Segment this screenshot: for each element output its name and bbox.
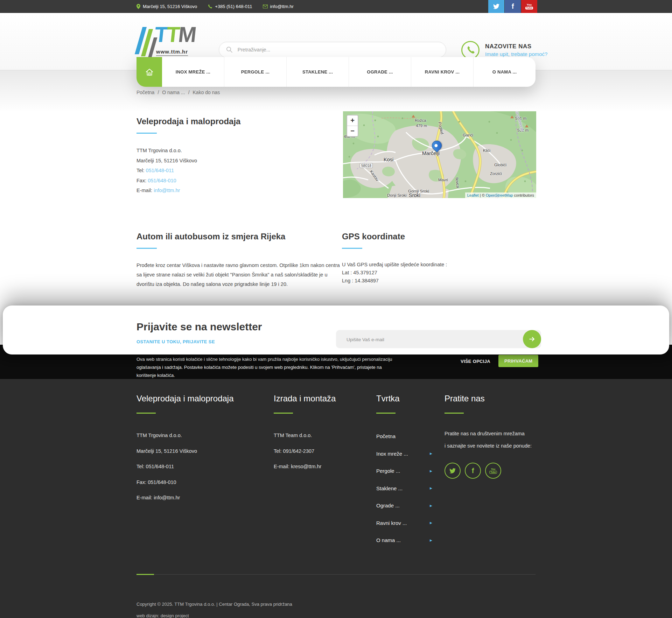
twitter-icon[interactable] bbox=[444, 463, 461, 479]
facebook-icon[interactable]: f bbox=[505, 0, 521, 13]
facebook-icon[interactable]: f bbox=[465, 463, 481, 479]
osm-link[interactable]: OpenStreetMap bbox=[486, 193, 513, 197]
topbar-email[interactable]: info@ttm.hr bbox=[263, 4, 294, 9]
newsletter-form bbox=[336, 330, 541, 348]
cookie-more-options-button[interactable]: VIŠE OPCIJA bbox=[461, 359, 490, 364]
twitter-icon[interactable] bbox=[488, 0, 504, 13]
tel-link[interactable]: 051/648-011 bbox=[146, 168, 174, 173]
footer-menu: Početna Inox mreže ...▶ Pergole ...▶ Sta… bbox=[376, 428, 439, 549]
leaflet-link[interactable]: Leaflet bbox=[467, 193, 479, 197]
blue-underline bbox=[342, 248, 362, 249]
map-label: Zorzići bbox=[490, 171, 502, 176]
newsletter-card: Prijavite se na newsletter OSTANITE U TO… bbox=[3, 306, 669, 354]
arrow-right-icon bbox=[528, 336, 536, 343]
footer-menu-label: Početna bbox=[376, 433, 396, 439]
youtube-icon[interactable]: YouTube bbox=[521, 0, 537, 13]
newsletter-subtitle[interactable]: OSTANITE U TOKU, PRIJAVITE SE bbox=[136, 339, 215, 344]
footer-menu-inox-mreze[interactable]: Inox mreže ...▶ bbox=[376, 445, 432, 463]
fax-label: Fax: bbox=[136, 178, 148, 183]
footer-email[interactable]: E-mail: info@ttm.hr bbox=[136, 490, 274, 506]
footer-menu-label: O nama ... bbox=[376, 537, 401, 543]
logo-site-url: www.ttm.hr bbox=[156, 49, 188, 56]
footer-menu-ograde[interactable]: Ograde ...▶ bbox=[376, 497, 432, 514]
footer-col3-title: Tvrtka bbox=[376, 394, 439, 403]
peak-icon bbox=[525, 125, 528, 127]
footer-tel[interactable]: Tel: 051/648-011 bbox=[136, 459, 274, 475]
footer-menu-staklene[interactable]: Staklene ...▶ bbox=[376, 480, 432, 497]
cookie-accept-button[interactable]: PRIHVAĆAM bbox=[498, 355, 538, 367]
nav-item-pergole[interactable]: PERGOLE ... bbox=[224, 57, 286, 87]
newsletter-email-input[interactable] bbox=[346, 330, 508, 349]
gps-lines: U Vaš GPS uređaj upišite sljedeće koordi… bbox=[342, 261, 496, 285]
leaflet-map[interactable]: Rožca 479 m Pogled Garići Klići Globići … bbox=[343, 111, 536, 198]
map-road-ref: 58018 bbox=[360, 163, 373, 168]
copyright-block: Copyright © 2025. TTM Trgovina d.o.o. | … bbox=[136, 598, 292, 618]
nav-item-o-nama[interactable]: O NAMA ... bbox=[473, 57, 536, 87]
map-zoom-control: + − bbox=[346, 115, 358, 137]
search-icon bbox=[226, 46, 233, 53]
copyright-text: Copyright © 2025. TTM Trgovina d.o.o. | … bbox=[136, 598, 292, 610]
footer-col1-lines: TTM Trgovina d.o.o. Marčelji 15, 51216 V… bbox=[136, 428, 274, 506]
nav-item-inox-mreze[interactable]: INOX MREŽE ... bbox=[162, 57, 224, 87]
search-bar[interactable] bbox=[219, 42, 446, 58]
footer-team-tel[interactable]: Tel: 091/642-2307 bbox=[274, 443, 376, 459]
directions-title: Autom ili autobusom iz smjera Rijeka bbox=[136, 232, 341, 241]
blue-underline bbox=[136, 133, 157, 134]
footer-menu-pocetna[interactable]: Početna bbox=[376, 428, 432, 445]
footer-menu-ravni-krov[interactable]: Ravni krov ...▶ bbox=[376, 514, 432, 532]
contact-section: Veleprodaja i maloprodaja TTM Trgovina d… bbox=[136, 117, 287, 196]
chevron-right-icon: ▶ bbox=[430, 521, 432, 525]
blue-underline bbox=[136, 248, 157, 249]
peak-icon bbox=[510, 115, 514, 118]
contact-tel: Tel: 051/648-011 bbox=[136, 166, 287, 176]
chevron-right-icon: ▶ bbox=[430, 539, 432, 542]
logo-letter-m: M bbox=[177, 22, 196, 47]
footer-social-icons: f YouTube bbox=[444, 463, 550, 479]
footer-social-line1: Pratite nas na društvenim mrežama bbox=[444, 428, 550, 440]
call-us-subtitle[interactable]: Imate upit, trebate pomoć? bbox=[485, 51, 547, 57]
top-bar-contacts: Marčelji 15, 51216 Viškovo +385 (51) 648… bbox=[136, 0, 294, 13]
map-label: Rožca bbox=[415, 118, 426, 122]
youtube-icon[interactable]: YouTube bbox=[485, 463, 501, 479]
breadcrumb-home[interactable]: Početna bbox=[136, 90, 154, 95]
directions-section: Autom ili autobusom iz smjera Rijeka Pro… bbox=[136, 232, 341, 289]
breadcrumb-separator: / bbox=[158, 90, 159, 95]
contact-address: Marčelji 15, 51216 Viškovo bbox=[136, 156, 287, 166]
map-label: 479 m bbox=[416, 124, 427, 128]
topbar-address-text: Marčelji 15, 51216 Viškovo bbox=[143, 4, 197, 9]
nav-item-ravni-krov[interactable]: RAVNI KROV ... bbox=[411, 57, 473, 87]
footer-col1-title: Veleprodaja i maloprodaja bbox=[136, 394, 274, 403]
gps-lng: Lng : 14.384897 bbox=[342, 277, 496, 285]
logo-letters: TTM bbox=[153, 22, 196, 47]
footer-col2-lines: TTM Team d.o.o. Tel: 091/642-2307 E-mail… bbox=[274, 428, 376, 475]
breadcrumb-parent[interactable]: O nama ... bbox=[162, 90, 185, 95]
newsletter-title: Prijavite se na newsletter bbox=[136, 321, 262, 333]
footer-team-email[interactable]: E-mail: kreso@ttm.hr bbox=[274, 459, 376, 475]
topbar-phone[interactable]: +385 (51) 648-011 bbox=[208, 4, 252, 9]
map-attribution: Leaflet | © OpenStreetMap contributors bbox=[465, 192, 536, 198]
nav-home-button[interactable] bbox=[136, 57, 162, 87]
search-input[interactable] bbox=[237, 47, 439, 53]
contact-email: E-mail: info@ttm.hr bbox=[136, 185, 287, 196]
nav-item-ograde[interactable]: OGRADE ... bbox=[349, 57, 411, 87]
gps-lat: Lat : 45.379127 bbox=[342, 269, 496, 277]
map-label: Sroki bbox=[409, 192, 420, 198]
phone-icon bbox=[208, 4, 212, 9]
map-label: Klići bbox=[483, 148, 490, 153]
newsletter-submit-button[interactable] bbox=[523, 330, 541, 348]
footer-menu-o-nama[interactable]: O nama ...▶ bbox=[376, 532, 432, 549]
nav-item-staklene[interactable]: STAKLENE ... bbox=[286, 57, 349, 87]
green-underline bbox=[136, 413, 156, 414]
cookie-text: Ova web stranica koristi kolačiće i slič… bbox=[136, 355, 396, 379]
call-us-block[interactable]: NAZOVITE NAS Imate upit, trebate pomoć? bbox=[461, 41, 547, 59]
footer-menu-pergole[interactable]: Pergole ...▶ bbox=[376, 462, 432, 480]
home-icon bbox=[145, 68, 154, 77]
chevron-right-icon: ▶ bbox=[430, 486, 432, 490]
footer-social-text: Pratite nas na društvenim mrežama i sazn… bbox=[444, 428, 550, 452]
email-link[interactable]: info@ttm.hr bbox=[154, 188, 180, 193]
green-underline bbox=[376, 413, 396, 414]
fax-link[interactable]: 051/648-010 bbox=[148, 178, 176, 183]
footer-menu-label: Ravni krov ... bbox=[376, 520, 407, 526]
zoom-out-button[interactable]: − bbox=[347, 126, 358, 136]
zoom-in-button[interactable]: + bbox=[347, 115, 358, 126]
